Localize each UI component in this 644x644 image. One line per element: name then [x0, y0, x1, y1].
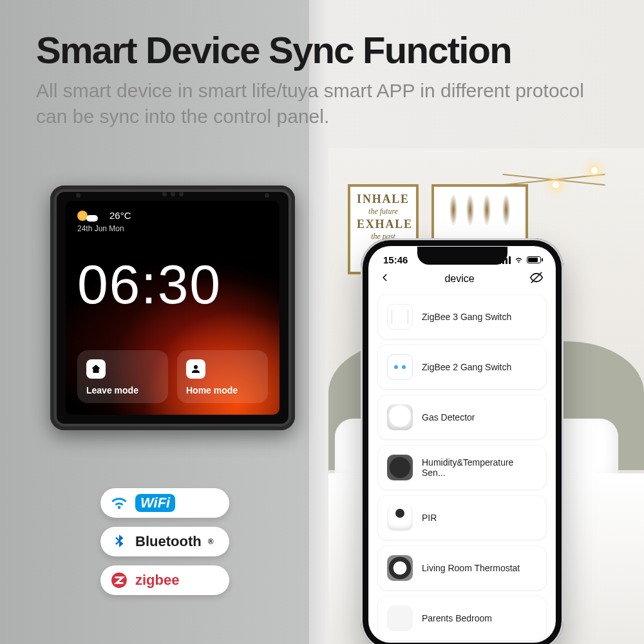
date-value: 24th Jun Mon: [77, 224, 124, 233]
list-item[interactable]: ZigBee 2 Gang Switch: [378, 345, 546, 389]
list-item[interactable]: Humidity&Temperature Sen...: [378, 446, 546, 489]
wifi-icon: [514, 256, 524, 264]
device-name: PIR: [422, 513, 437, 523]
zigbee-icon: [109, 571, 129, 590]
switch-icon: [387, 354, 413, 380]
wall-art-line1: INHALE: [357, 192, 410, 207]
wall-control-panel[interactable]: 26°C 24th Jun Mon 06:30 Leave mode Home …: [50, 185, 295, 430]
list-item[interactable]: Living Room Thermostat: [378, 546, 546, 590]
phone-screen[interactable]: 15:46 device ZigBee 3 Gang Switch: [369, 247, 555, 642]
thermostat-icon: [387, 555, 413, 581]
device-name: Living Room Thermostat: [422, 563, 520, 573]
wall-art-line3: EXHALE: [357, 217, 410, 232]
device-name: Humidity&Temperature Sen...: [422, 457, 537, 478]
home-mode-card[interactable]: Home mode: [177, 350, 268, 403]
page-subtitle: All smart device in smart life/tuya smar…: [36, 78, 608, 129]
bluetooth-icon: [109, 532, 129, 551]
list-item[interactable]: Gas Detector: [378, 395, 546, 439]
pir-icon: [387, 505, 413, 531]
clock-value: 06:30: [77, 252, 222, 316]
list-item[interactable]: Parents Bedroom: [378, 596, 546, 640]
wifi-badge: WiFi: [100, 488, 229, 518]
device-name: Gas Detector: [422, 412, 475, 422]
device-list[interactable]: ZigBee 3 Gang Switch ZigBee 2 Gang Switc…: [369, 295, 555, 640]
status-time: 15:46: [383, 254, 408, 265]
weather-row: 26°C: [77, 210, 131, 221]
protocol-badges: WiFi Bluetooth® zigbee: [100, 488, 229, 595]
switch-icon: [387, 304, 413, 330]
phone-notch: [417, 247, 507, 265]
detector-icon: [387, 404, 413, 430]
wifi-icon: [109, 493, 129, 513]
phone-mockup: 15:46 device ZigBee 3 Gang Switch: [361, 238, 564, 644]
device-name: ZigBee 3 Gang Switch: [422, 312, 511, 322]
house-icon: [86, 359, 106, 379]
list-item[interactable]: PIR: [378, 496, 546, 540]
wifi-label: WiFi: [135, 494, 175, 512]
panel-sensor-right: [265, 193, 269, 198]
device-name: Parents Bedroom: [422, 613, 492, 623]
zigbee-badge: zigbee: [100, 565, 229, 595]
home-mode-label: Home mode: [186, 385, 259, 395]
page-title: Smart Device Sync Function: [36, 28, 608, 71]
cloud-icon: [86, 215, 98, 222]
bluetooth-badge: Bluetooth®: [100, 527, 229, 556]
visibility-toggle-icon[interactable]: [529, 270, 544, 287]
zigbee-label: zigbee: [135, 572, 179, 589]
leave-mode-card[interactable]: Leave mode: [77, 350, 168, 403]
bluetooth-label: Bluetooth: [135, 533, 202, 550]
sensor-icon: [387, 455, 413, 480]
temperature-value: 26°C: [109, 210, 131, 221]
phone-nav-bar: device: [369, 267, 555, 295]
back-button[interactable]: [381, 272, 390, 287]
list-item[interactable]: ZigBee 3 Gang Switch: [378, 295, 546, 339]
headline: Smart Device Sync Function All smart dev…: [36, 28, 608, 129]
room-icon: [387, 605, 413, 631]
panel-sensor-center: [160, 192, 185, 198]
wall-art-line2: the future: [357, 207, 410, 217]
person-icon: [186, 359, 205, 379]
device-name: ZigBee 2 Gang Switch: [422, 362, 511, 372]
battery-icon: [527, 256, 541, 263]
panel-sensor-left: [76, 193, 80, 198]
leave-mode-label: Leave mode: [86, 385, 159, 395]
nav-title: device: [390, 273, 529, 285]
panel-screen[interactable]: 26°C 24th Jun Mon 06:30 Leave mode Home …: [66, 201, 279, 415]
